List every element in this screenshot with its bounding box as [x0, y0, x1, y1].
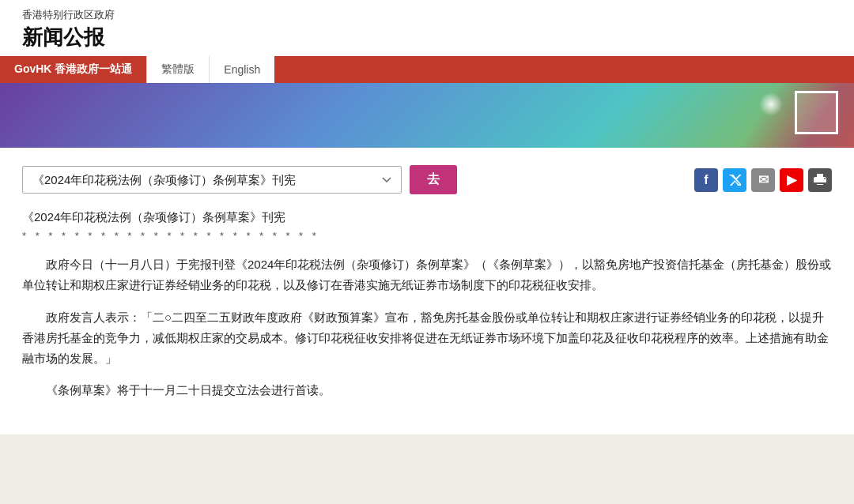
dropdown-row: 《2024年印花税法例（杂项修订）条例草案》刊宪 去 f ✉ ▶ — [22, 165, 832, 194]
main-content: 《2024年印花税法例（杂项修订）条例草案》刊宪 去 f ✉ ▶ 《2024年印… — [0, 148, 854, 434]
article-body: 《2024年印花税法例（杂项修订）条例草案》刊宪 * * * * * * * *… — [22, 210, 832, 401]
nav-english[interactable]: English — [210, 56, 274, 83]
banner-sparkle — [759, 92, 783, 116]
facebook-icon[interactable]: f — [694, 168, 718, 192]
paragraph-1: 政府今日（十一月八日）于宪报刊登《2024年印花税法例（杂项修订）条例草案》（《… — [22, 254, 832, 296]
youtube-icon[interactable]: ▶ — [780, 168, 803, 192]
go-button[interactable]: 去 — [410, 165, 457, 194]
nav-traditional[interactable]: 繁體版 — [146, 56, 210, 83]
header: 香港特别行政区政府 新闻公报 — [0, 0, 854, 56]
banner — [0, 83, 854, 148]
press-release-title: 新闻公报 — [22, 24, 832, 51]
print-icon[interactable] — [808, 168, 832, 192]
paragraph-3: 《条例草案》将于十一月二十日提交立法会进行首读。 — [22, 380, 832, 401]
nav-bar: GovHK 香港政府一站通 繁體版 English — [0, 56, 854, 83]
mail-icon[interactable]: ✉ — [751, 168, 775, 192]
article-title: 《2024年印花税法例（杂项修订）条例草案》刊宪 — [22, 210, 832, 225]
article-dropdown[interactable]: 《2024年印花税法例（杂项修订）条例草案》刊宪 — [22, 166, 402, 194]
banner-box — [795, 91, 838, 134]
twitter-icon[interactable] — [723, 168, 746, 192]
nav-govhk[interactable]: GovHK 香港政府一站通 — [0, 56, 146, 83]
social-icons: f ✉ ▶ — [694, 168, 832, 192]
divider-stars: * * * * * * * * * * * * * * * * * * * * … — [22, 230, 832, 242]
paragraph-2: 政府发言人表示：「二○二四至二五财政年度政府《财政预算案》宣布，豁免房托基金股份… — [22, 307, 832, 370]
gov-name: 香港特别行政区政府 — [22, 8, 832, 22]
